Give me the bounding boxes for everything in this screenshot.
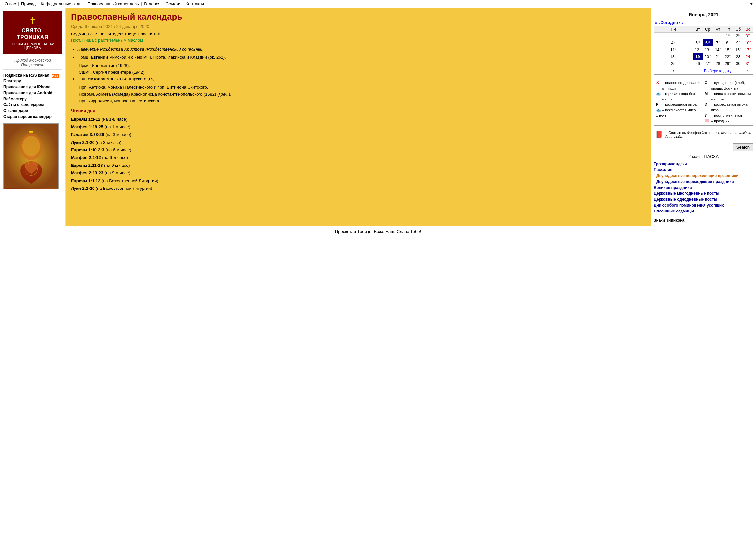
cal-cell-25[interactable]: 25 [654, 60, 693, 67]
event-3: Прмч. Иннокентия (1928). [79, 62, 646, 69]
cal-select-next[interactable]: › [743, 67, 753, 75]
cal-cell-16[interactable]: 167 [733, 46, 743, 53]
cal-cell-empty-1 [654, 33, 693, 40]
cal-cell-2[interactable]: 2М [733, 33, 743, 40]
sidebar-rss-link[interactable]: Подписка на RSS канал RSS [3, 72, 62, 78]
parish-label: Приход Московской Патриархии [3, 56, 62, 70]
legend-item-m: М – пища с растительным маслом [705, 91, 751, 102]
cal-cell-26[interactable]: 26 [693, 60, 703, 67]
week-info: Седмица 31-я по Пятидесятнице. Глас пяты… [71, 32, 646, 37]
cal-cell-23[interactable]: 23 [733, 53, 743, 60]
cal-cell-18[interactable]: 18С [654, 53, 693, 60]
nav-sady[interactable]: Кафедральные сады [39, 1, 84, 6]
sidebar-old-link[interactable]: Старая версия календаря [3, 114, 62, 120]
cal-cell-14[interactable]: 147 [713, 46, 723, 53]
sidebar-android-link[interactable]: Приложение для Android [3, 90, 62, 96]
link-pomin[interactable]: Дни особого поминовения усопших [654, 202, 753, 208]
cal-cell-28[interactable]: 28 [713, 60, 723, 67]
sidebar-sites-link[interactable]: Сайты с календарем [3, 102, 62, 108]
search-input[interactable] [654, 143, 731, 152]
cal-cell-11[interactable]: 117 [654, 46, 693, 53]
link-velikie[interactable]: Великие праздники [654, 184, 753, 190]
cal-cell-27[interactable]: 27Р [703, 60, 713, 67]
cal-select-date[interactable]: Выберите дату [693, 67, 743, 75]
nav-calendar[interactable]: Православный календарь [85, 1, 141, 6]
cal-cell-3[interactable]: 3М [743, 33, 753, 40]
link-tropari[interactable]: Тропари/кондаки [654, 161, 753, 167]
search-button[interactable]: Search [733, 143, 753, 152]
cal-cell-30[interactable]: 30 [733, 60, 743, 67]
cal-row-1: 1С 2М 3М [654, 33, 753, 40]
calendar-header: Январь, 2021 [654, 11, 753, 19]
event-6: Прп. Антиоха, монаха Палестинского и прп… [79, 84, 646, 91]
reading-1: Евреям 1:1-12 (на 1-м часе) [71, 115, 646, 123]
legend-post-text: – пост [656, 113, 666, 119]
sidebar-iphone-link[interactable]: Приложение для iPhone [3, 84, 62, 90]
link-sedmitsy[interactable]: Сплошные седмицы [654, 208, 753, 214]
footer: Пресвятая Троице, Боже Наш, Слава Тебе! [0, 226, 756, 237]
cal-cell-13[interactable]: 137 [703, 46, 713, 53]
link-paskhalia[interactable]: Пасхалия [654, 167, 753, 173]
cal-cell-4[interactable]: 4С [654, 39, 693, 46]
cal-cell-7[interactable]: 77 [713, 39, 723, 46]
cal-cell-21[interactable]: 21 [713, 53, 723, 60]
event-8: Прп. Афродисия, монаха Палестинского. [79, 98, 646, 105]
day-header-vs: Вс [743, 26, 753, 33]
cal-next-next-btn[interactable]: » [680, 19, 684, 26]
legend-grid: ✕ – полное воздер-жание от пищи 🐟 – горя… [656, 80, 751, 124]
cal-next-btn[interactable]: › [678, 19, 680, 26]
cal-cell-31[interactable]: 31 [743, 60, 753, 67]
sidebar-blogger-link[interactable]: Блоггеру [3, 78, 62, 84]
sidebar-about-link[interactable]: О календаре [3, 108, 62, 114]
cal-cell-1[interactable]: 1С [723, 33, 733, 40]
legend-item-fish2: 🐟 – исключается мясо [656, 108, 702, 113]
cal-cell-5[interactable]: 5М [693, 39, 703, 46]
cal-select-prev[interactable]: ‹ [654, 67, 693, 75]
legend-fish2-text: – исключается мясо [662, 108, 696, 113]
legend-holiday-text: – праздник [711, 118, 729, 124]
cal-cell-15[interactable]: 157 [723, 46, 733, 53]
cal-cell-24[interactable]: 24 [743, 53, 753, 60]
nav-contacts[interactable]: Контакты [184, 1, 206, 6]
link-dvanadesat-ne[interactable]: Двунадесятые непереходящие праздники [654, 173, 753, 179]
cal-cell-20[interactable]: 20Р [703, 53, 713, 60]
icon-image [3, 124, 59, 189]
cal-cell-8[interactable]: 87 [723, 39, 733, 46]
c-symbol: С [705, 80, 710, 86]
readings-title[interactable]: Чтения дня [71, 109, 646, 113]
cal-cell-19[interactable]: 19 [693, 53, 703, 60]
calendar-day-headers: Пн Вт Ср Чт Пт Сб Вс [654, 26, 753, 33]
nav-o-nas[interactable]: О нас [3, 1, 18, 6]
legend-left: ✕ – полное воздер-жание от пищи 🐟 – горя… [656, 80, 702, 124]
nav-prihod[interactable]: Приход [19, 1, 38, 6]
cal-cell-10[interactable]: 107 [743, 39, 753, 46]
nav-gallery[interactable]: Галерея [142, 1, 162, 6]
book-note-text: – Святитель Феофан Затворник. Мысли на к… [665, 131, 752, 139]
cal-cell-22[interactable]: 22Р [723, 53, 733, 60]
cal-cell-12[interactable]: 127 [693, 46, 703, 53]
legend-c-text: – сухоядение (хлеб, овощи, фрукты) [711, 80, 751, 91]
cal-prev-btn[interactable]: ‹ [658, 19, 660, 26]
i-symbol: И [705, 102, 710, 108]
link-odnodnevnye[interactable]: Церковные однодневные посты [654, 197, 753, 202]
icon-svg [4, 124, 58, 189]
right-links: Тропари/кондаки Пасхалия Двунадесятые не… [654, 161, 753, 214]
cal-cell-6-today[interactable]: 6М [703, 39, 713, 46]
cal-cell-17[interactable]: 177 [743, 46, 753, 53]
cal-today-btn[interactable]: Сегодня [661, 20, 678, 25]
page-title: Православный календарь [71, 12, 646, 22]
link-mnogodnevnye[interactable]: Церковные многодневные посты [654, 190, 753, 197]
nav-lang-en[interactable]: en [749, 1, 753, 6]
cal-cell-9[interactable]: 97 [733, 39, 743, 46]
day-header-cht: Чт [713, 26, 723, 33]
sidebar-webmaster-link[interactable]: Вебмастеру [3, 96, 62, 102]
calendar-events: Навечерие Рождества Христова (Рождествен… [71, 46, 646, 104]
main-layout: ✝ СВЯТО-ТРОИЦКАЯ РУССКАЯ ПРАВОСЛАВНАЯ ЦЕ… [0, 8, 756, 226]
fast-info[interactable]: Пост. Пища с растительным маслом [71, 38, 646, 43]
link-dvanadesat-pe[interactable]: Двунадесятые переходящие праздники [654, 179, 753, 184]
cal-prev-prev-btn[interactable]: « [654, 19, 658, 26]
cal-cell-29[interactable]: 29Р [723, 60, 733, 67]
nav-links[interactable]: Ссылки [164, 1, 183, 6]
logo-area: ✝ СВЯТО-ТРОИЦКАЯ РУССКАЯ ПРАВОСЛАВНАЯ ЦЕ… [3, 11, 62, 53]
svg-rect-3 [29, 130, 34, 132]
